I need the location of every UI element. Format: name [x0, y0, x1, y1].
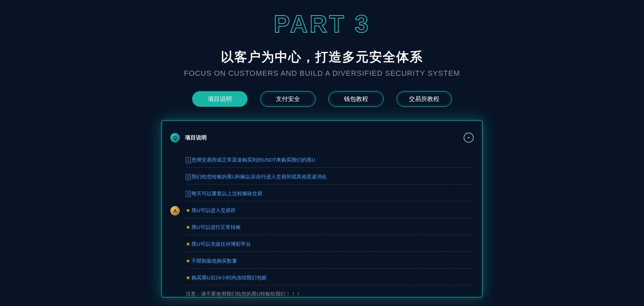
- numbered-line: 1您用交易所或正常渠道购买到的USDT来购买我们的黑U: [186, 156, 474, 168]
- headline-cn: 以客户为中心，打造多元安全体系: [221, 48, 423, 66]
- tab-1[interactable]: 支付安全: [260, 91, 316, 107]
- headline-en: FOCUS ON CUSTOMERS AND BUILD A DIVERSIFI…: [184, 69, 460, 78]
- panel-header: Q 项目说明: [170, 133, 474, 143]
- star-icon: ★: [186, 258, 190, 264]
- content-panel: Q 项目说明 A 1您用交易所或正常渠道购买到的USDT来购买我们的黑U2我们给…: [161, 120, 483, 298]
- chevron-up-icon: [466, 135, 471, 140]
- answer-lines: 1您用交易所或正常渠道购买到的USDT来购买我们的黑U2我们给您转账的黑U到账以…: [186, 156, 474, 297]
- tab-0[interactable]: 项目说明: [192, 91, 247, 107]
- star-line: ★黑U可以进入交易所: [186, 207, 474, 218]
- tabs: 项目说明支付安全钱包教程交易所教程: [192, 91, 452, 107]
- a-badge-icon: A: [170, 206, 180, 215]
- collapse-button[interactable]: [464, 133, 474, 143]
- star-icon: ★: [186, 207, 190, 213]
- tab-2[interactable]: 钱包教程: [328, 91, 384, 107]
- star-icon: ★: [186, 241, 190, 247]
- star-line: ★黑U可以进行正常转账: [186, 224, 474, 235]
- number-box-icon: 2: [186, 174, 191, 180]
- star-line: ★购买黑U后24小时内冻结我们包赔: [186, 274, 474, 285]
- numbered-line: 3每天可以重复以上过程搬砖交易: [186, 190, 474, 201]
- numbered-line: 2我们给您转账的黑U到账以后自行进入交易所或其他渠道消化: [186, 173, 474, 184]
- tab-3[interactable]: 交易所教程: [397, 91, 452, 107]
- note-text: 注意：请不要使用我们给您的黑U转账给我们！！！: [186, 291, 474, 297]
- star-icon: ★: [186, 224, 190, 230]
- number-box-icon: 1: [186, 157, 191, 163]
- part-label: PART 3: [274, 10, 371, 38]
- panel-title: 项目说明: [185, 134, 207, 141]
- star-line: ★不限制最低购买数量: [186, 257, 474, 269]
- number-box-icon: 3: [186, 191, 191, 197]
- panel-header-left: Q 项目说明: [170, 133, 207, 142]
- q-badge-icon: Q: [170, 133, 180, 142]
- star-icon: ★: [186, 275, 190, 280]
- star-line: ★黑U可以充值任何博彩平台: [186, 240, 474, 252]
- panel-body: A 1您用交易所或正常渠道购买到的USDT来购买我们的黑U2我们给您转账的黑U到…: [170, 156, 474, 297]
